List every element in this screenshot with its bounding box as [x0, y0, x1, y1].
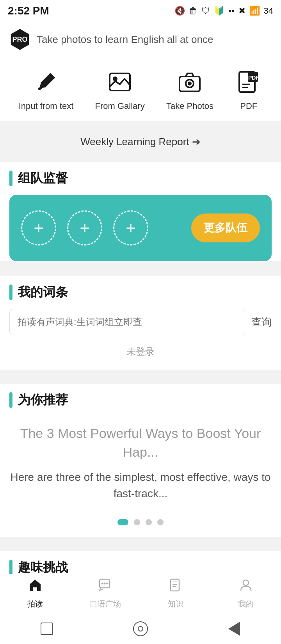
words-section-title: 我的词条 [18, 284, 68, 301]
nav-home-label: 拍读 [27, 599, 43, 609]
challenge-section-bar [9, 560, 12, 575]
nav-item-speech[interactable]: 口语广场 [70, 578, 140, 609]
quick-actions-bar: Input from text From Gallary [0, 57, 281, 121]
nav-speech-label: 口语广场 [90, 599, 121, 609]
trash-icon: 🗑 [189, 6, 197, 16]
home-icon [28, 578, 42, 596]
sys-recent-button[interactable] [224, 619, 244, 639]
nav-knowledge-label: 知识 [168, 599, 183, 609]
action-input-text[interactable]: Input from text [19, 68, 74, 111]
wifi-icon: 📶 [249, 6, 260, 16]
svg-text:PDF: PDF [248, 75, 259, 81]
team-add-circle-3[interactable]: + [113, 210, 148, 246]
status-time: 2:52 PM [8, 5, 49, 17]
action-input-text-label: Input from text [19, 101, 74, 111]
words-section-bar [9, 285, 12, 300]
vpn-icon: 🔰 [214, 6, 224, 16]
nav-item-home[interactable]: 拍读 [0, 578, 70, 609]
carousel-dot-1 [117, 519, 128, 525]
more-team-button[interactable]: 更多队伍 [191, 213, 260, 242]
system-nav-bar [0, 613, 281, 644]
words-search-input[interactable] [9, 309, 245, 335]
svg-point-10 [101, 582, 103, 584]
action-photos-label: Take Photos [166, 101, 213, 111]
words-section: 我的词条 查询 未登录 [0, 276, 281, 370]
team-add-circle-1[interactable]: + [21, 210, 56, 246]
carousel-dot-3 [146, 519, 152, 525]
team-section: 组队监督 + + + 更多队伍 [0, 162, 281, 261]
svg-point-11 [104, 582, 106, 584]
article-title: The 3 Most Powerful Ways to Boost Your H… [9, 424, 272, 461]
bottom-nav: 拍读 口语广场 知识 [0, 574, 281, 613]
action-gallery-label: From Gallary [95, 101, 145, 111]
shield-icon: 🛡 [201, 6, 210, 16]
carousel-dot-2 [134, 519, 140, 525]
team-add-circle-2[interactable]: + [67, 210, 102, 246]
words-section-header: 我的词条 [9, 284, 272, 301]
words-search-row: 查询 [9, 309, 272, 335]
pro-badge-text: PRO [12, 36, 27, 44]
recommend-section-title: 为你推荐 [18, 391, 68, 409]
weekly-report-arrow: ➔ [192, 136, 201, 148]
svg-point-14 [243, 580, 249, 585]
status-icons: 🔇 🗑 🛡 🔰 •• ✖ 📶 34 [174, 6, 273, 16]
svg-rect-13 [171, 579, 179, 591]
battery-icon: 34 [264, 6, 273, 16]
mute-icon: 🔇 [174, 6, 185, 16]
action-pdf-label: PDF [240, 101, 257, 111]
action-take-photos[interactable]: Take Photos [166, 68, 213, 111]
team-section-bar [9, 171, 12, 186]
sys-home-button[interactable] [131, 619, 150, 639]
action-pdf[interactable]: PDF PDF [235, 68, 262, 111]
recommend-section-header: 为你推荐 [9, 391, 272, 409]
sys-back-button[interactable] [37, 619, 57, 639]
svg-point-5 [188, 82, 192, 85]
status-bar: 2:52 PM 🔇 🗑 🛡 🔰 •• ✖ 📶 34 [0, 0, 281, 22]
nav-item-mine[interactable]: 我的 [211, 578, 281, 609]
svg-point-12 [106, 582, 108, 584]
book-icon [169, 578, 183, 596]
team-section-header: 组队监督 [9, 170, 272, 187]
recommend-section-bar [9, 392, 12, 408]
carousel-dot-4 [157, 519, 164, 525]
weekly-report-banner[interactable]: Weekly Learning Report ➔ [0, 128, 281, 155]
pro-badge: PRO [9, 29, 30, 50]
team-plus-circles: + + + [21, 210, 148, 246]
pencil-icon [32, 68, 60, 96]
not-logged-in-text: 未登录 [9, 342, 272, 362]
camera-icon [176, 68, 203, 96]
header-tagline: Take photos to learn English all at once [37, 34, 213, 46]
team-section-title: 组队监督 [18, 170, 68, 187]
team-card: + + + 更多队伍 [9, 195, 272, 261]
words-search-button[interactable]: 查询 [251, 315, 272, 329]
nav-mine-label: 我的 [238, 599, 254, 609]
more-icon: •• [228, 6, 234, 16]
action-from-gallery[interactable]: From Gallary [95, 68, 145, 111]
chat-icon [98, 578, 112, 596]
article-desc: Here are three of the simplest, most eff… [9, 469, 272, 502]
person-icon [239, 578, 253, 596]
article-card[interactable]: The 3 Most Powerful Ways to Boost Your H… [9, 416, 272, 510]
recommend-section: 为你推荐 The 3 Most Powerful Ways to Boost Y… [0, 384, 281, 537]
close-box-icon: ✖ [238, 6, 245, 16]
image-icon [106, 68, 133, 96]
app-header: PRO Take photos to learn English all at … [0, 22, 281, 57]
pdf-icon: PDF [235, 68, 262, 96]
weekly-report-text: Weekly Learning Report ➔ [80, 136, 201, 148]
nav-item-knowledge[interactable]: 知识 [140, 578, 211, 609]
carousel-dots [9, 510, 272, 529]
